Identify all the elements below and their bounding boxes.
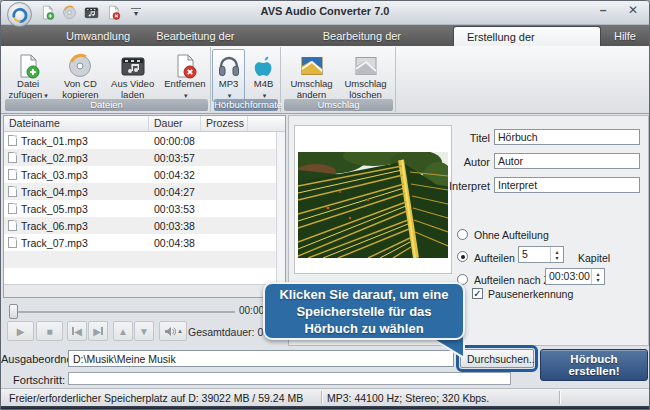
from-video-button[interactable]: Aus Video laden — [108, 49, 158, 102]
tab-hoerbuecher[interactable]: Erstellung der Hörbücher — [453, 26, 601, 46]
chapters-stepper[interactable]: 5 ▴▾ — [518, 246, 564, 263]
file-list: Dateiname Dauer Prozess Track_01.mp3 00:… — [3, 115, 286, 298]
chapters-value[interactable]: 5 — [519, 247, 550, 262]
close-button[interactable]: ✕ — [625, 3, 641, 17]
headphones-icon — [216, 52, 242, 79]
table-row[interactable]: Track_04.mp3 00:04:27 — [4, 183, 285, 200]
column-header-dateiname[interactable]: Dateiname — [4, 116, 149, 131]
create-audiobook-button[interactable]: Hörbuch erstellen! — [540, 349, 648, 381]
stop-icon: ■ — [46, 326, 52, 337]
remove-file-button[interactable]: Entfernen ▾ — [160, 49, 210, 102]
move-up-icon: ▲ — [118, 326, 128, 337]
table-row[interactable]: Track_07.mp3 00:04:38 — [4, 234, 285, 251]
time-value[interactable]: 00:03:00 — [546, 269, 591, 284]
dropdown-arrow-icon: ▾ — [263, 92, 267, 99]
radio-no-split[interactable] — [457, 229, 468, 240]
next-icon — [101, 327, 103, 335]
rip-cd-button[interactable]: Von CD kopieren — [55, 49, 105, 102]
apple-icon — [251, 52, 277, 79]
format-m4b-button[interactable]: M4B ▾ — [247, 49, 280, 102]
total-duration-label: Gesamtdauer: — [188, 326, 255, 338]
callout-bubble: Klicken Sie darauf, um eine Speicherstel… — [263, 282, 465, 340]
file-icon — [8, 203, 17, 214]
minimize-button[interactable]: – — [595, 3, 611, 17]
group-caption-umschlag: Umschlag — [284, 99, 393, 111]
cd-icon — [67, 52, 93, 79]
column-header-extra — [248, 116, 285, 131]
tab-dateien[interactable]: Bearbeitung der Dateien — [310, 26, 453, 46]
spin-down-icon: ▾ — [555, 255, 558, 261]
status-format-info: MP3: 44100 Hz; Stereo; 320 Kbps. — [327, 392, 489, 404]
dropdown-arrow-icon: ▾ — [44, 92, 48, 99]
volume-button[interactable]: ▴ — [159, 321, 187, 341]
output-folder-input[interactable] — [68, 350, 454, 367]
file-icon — [8, 220, 17, 231]
next-button[interactable]: ▶ — [88, 321, 108, 341]
window-bottom-edge — [1, 406, 649, 410]
progress-bar — [68, 372, 511, 385]
move-down-button[interactable]: ▼ — [134, 321, 154, 341]
check-icon: ✓ — [473, 288, 481, 299]
title-bar: ▾ AVS Audio Converter 7.0 – ✕ — [1, 1, 649, 25]
column-header-prozess[interactable]: Prozess — [201, 116, 248, 131]
remove-file-icon — [172, 52, 198, 79]
empty-row — [4, 251, 285, 268]
pause-detection-label[interactable]: Pausenerkennung — [488, 288, 573, 300]
vertical-scrollbar[interactable] — [276, 132, 285, 284]
group-caption-hoerbuchformate: Hörbuchformate — [214, 99, 278, 111]
seek-handle[interactable] — [9, 304, 18, 319]
radio-split-chapters[interactable] — [457, 251, 468, 262]
radio-no-split-label[interactable]: Ohne Aufteilung — [474, 229, 549, 241]
browse-button[interactable]: Durchsuchen... — [460, 349, 534, 368]
pause-detection-checkbox[interactable]: ✓ — [472, 288, 483, 299]
spin-down-icon: ▾ — [596, 277, 599, 283]
ribbon-tab-bar: Umwandlung Bearbeitung der Namen/Tags Be… — [1, 25, 649, 46]
table-row[interactable]: Track_02.mp3 00:03:57 — [4, 149, 285, 166]
picture-gray-icon — [353, 52, 379, 79]
table-row[interactable]: Track_05.mp3 00:03:53 — [4, 200, 285, 217]
table-row[interactable]: Track_03.mp3 00:04:32 — [4, 166, 285, 183]
delete-cover-button[interactable]: Umschlag löschen — [340, 49, 392, 101]
add-file-button[interactable]: Datei zufügen▾ — [3, 49, 53, 102]
horizontal-scrollbar[interactable] — [4, 284, 285, 297]
stop-button[interactable]: ■ — [36, 321, 63, 341]
app-logo-icon[interactable] — [7, 2, 32, 27]
time-stepper[interactable]: 00:03:00 ▴▾ — [545, 268, 605, 285]
empty-row — [4, 268, 285, 285]
tab-umwandlung[interactable]: Umwandlung — [53, 26, 143, 46]
title-input[interactable] — [494, 129, 640, 145]
move-up-button[interactable]: ▲ — [113, 321, 133, 341]
artist-input[interactable] — [494, 177, 640, 193]
speaker-icon — [164, 326, 176, 337]
tab-hilfe[interactable]: Hilfe — [601, 26, 649, 46]
progress-label: Fortschritt: — [1, 374, 65, 386]
video-icon — [120, 52, 146, 79]
file-icon — [8, 169, 17, 180]
seek-bar[interactable] — [11, 311, 235, 313]
play-button[interactable]: ▶ — [7, 321, 34, 341]
move-down-icon: ▼ — [139, 326, 149, 337]
table-row[interactable]: Track_06.mp3 00:03:38 — [4, 217, 285, 234]
volume-popup-icon: ▴ — [178, 327, 182, 335]
ribbon-group-umschlag: Umschlag ändern Umschlag löschen Umschla… — [282, 47, 396, 112]
tab-namen-tags[interactable]: Bearbeitung der Namen/Tags — [143, 26, 310, 46]
author-input[interactable] — [494, 153, 640, 169]
change-cover-button[interactable]: Umschlag ändern — [286, 49, 338, 101]
table-row[interactable]: Track_01.mp3 00:00:08 — [4, 132, 285, 149]
elapsed-time: 00:00 — [239, 305, 264, 316]
output-folder-label: Ausgabeordner: — [1, 353, 65, 365]
previous-button[interactable]: ◀ — [67, 321, 87, 341]
title-label: Titel — [410, 132, 490, 144]
column-header-dauer[interactable]: Dauer — [149, 116, 201, 131]
chapters-unit-label: Kapitel — [578, 252, 610, 264]
format-mp3-button[interactable]: MP3 ▾ — [212, 49, 245, 102]
author-label: Autor — [410, 156, 490, 168]
file-list-header: Dateiname Dauer Prozess — [4, 116, 285, 132]
play-icon: ▶ — [17, 326, 25, 337]
ribbon-group-hoerbuchformate: MP3 ▾ M4B ▾ Hörbuchformate — [212, 47, 281, 112]
artist-label: Interpret — [410, 180, 490, 192]
status-disk-space: Freier/erforderlicher Speicherplatz auf … — [9, 392, 303, 404]
cover-preview — [294, 125, 452, 274]
ribbon: Datei zufügen▾ Von CD kopieren Aus Video… — [1, 46, 649, 114]
add-file-icon — [15, 52, 41, 79]
